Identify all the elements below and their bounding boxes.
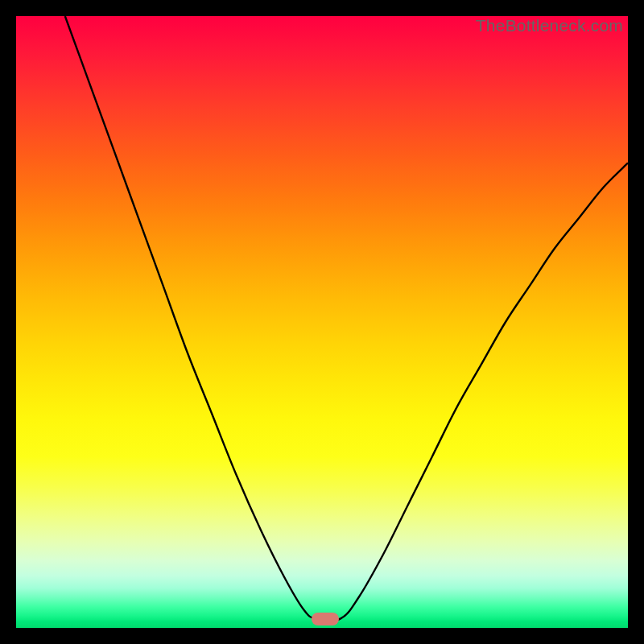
plot-area: TheBottleneck.com bbox=[16, 16, 628, 628]
curve-path bbox=[65, 16, 628, 621]
chart-frame: TheBottleneck.com bbox=[0, 0, 644, 644]
bottleneck-curve bbox=[16, 16, 628, 628]
optimal-marker bbox=[312, 613, 339, 625]
